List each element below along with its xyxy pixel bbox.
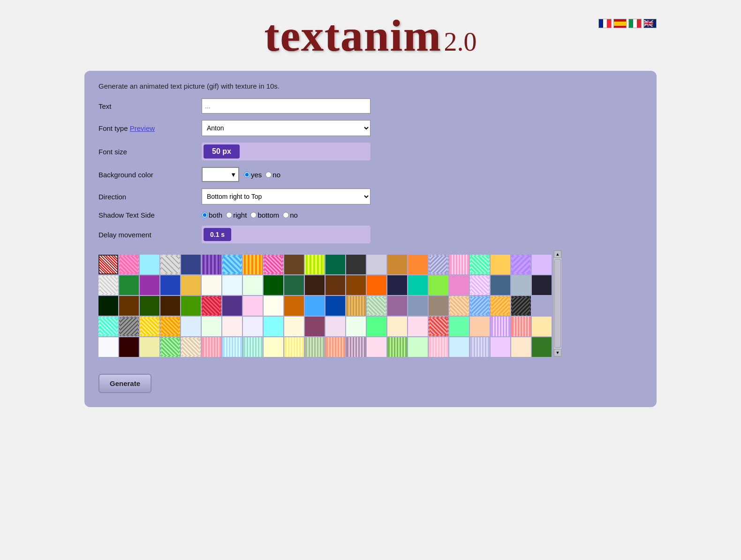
font-size-value-btn[interactable]: 50 px [204,144,240,159]
texture-74[interactable] [264,317,283,336]
texture-105[interactable] [449,337,469,357]
bg-no-radio[interactable] [265,172,272,178]
texture-51[interactable] [222,296,242,316]
shadow-both-radio[interactable] [202,212,208,218]
flag-it[interactable] [628,19,642,28]
texture-12[interactable] [325,255,345,274]
shadow-bottom-radio[interactable] [250,212,257,218]
texture-7[interactable] [222,255,242,274]
flag-es[interactable] [613,19,627,28]
shadow-no-radio[interactable] [283,212,289,218]
texture-68[interactable] [140,317,159,336]
texture-25[interactable] [140,275,159,295]
texture-30[interactable] [243,275,263,295]
texture-106[interactable] [470,337,490,357]
texture-92[interactable] [181,337,201,357]
texture-100[interactable] [346,337,366,357]
bg-yes-radio[interactable] [244,172,250,178]
texture-31[interactable] [264,275,283,295]
texture-57[interactable] [346,296,366,316]
texture-82[interactable] [429,317,448,336]
texture-99[interactable] [325,337,345,357]
texture-78[interactable] [346,317,366,336]
textures-scrollbar[interactable]: ▲ ▼ [553,250,562,357]
texture-2[interactable] [119,255,139,274]
texture-24[interactable] [119,275,139,295]
texture-40[interactable] [449,275,469,295]
texture-96[interactable] [264,337,283,357]
texture-56[interactable] [325,296,345,316]
texture-45[interactable] [98,296,118,316]
texture-75[interactable] [284,317,304,336]
texture-81[interactable] [408,317,428,336]
texture-93[interactable] [202,337,221,357]
direction-select[interactable]: Left to Right Right to Left Top to Botto… [202,189,370,204]
font-preview-link[interactable]: Preview [130,124,155,132]
texture-76[interactable] [305,317,325,336]
texture-16[interactable] [408,255,428,274]
texture-14[interactable] [367,255,386,274]
texture-9[interactable] [264,255,283,274]
texture-32[interactable] [284,275,304,295]
bg-yes-label[interactable]: yes [244,171,262,179]
texture-98[interactable] [305,337,325,357]
texture-18[interactable] [449,255,469,274]
texture-87[interactable] [532,317,552,336]
text-input[interactable] [202,98,370,114]
texture-46[interactable] [119,296,139,316]
color-picker-button[interactable]: ▼ [202,167,239,182]
texture-8[interactable] [243,255,263,274]
texture-10[interactable] [284,255,304,274]
texture-108[interactable] [511,337,531,357]
texture-43[interactable] [511,275,531,295]
texture-95[interactable] [243,337,263,357]
font-type-select[interactable]: Anton Arial Times New Roman Verdana [202,120,370,136]
texture-19[interactable] [470,255,490,274]
generate-button[interactable]: Generate [98,374,151,393]
texture-44[interactable] [532,275,552,295]
texture-15[interactable] [387,255,407,274]
texture-58[interactable] [367,296,386,316]
texture-5[interactable] [181,255,201,274]
shadow-bottom-label[interactable]: bottom [250,211,279,219]
texture-70[interactable] [181,317,201,336]
texture-22[interactable] [532,255,552,274]
texture-64[interactable] [491,296,510,316]
texture-47[interactable] [140,296,159,316]
texture-91[interactable] [160,337,180,357]
texture-80[interactable] [387,317,407,336]
texture-29[interactable] [222,275,242,295]
texture-60[interactable] [408,296,428,316]
texture-94[interactable] [222,337,242,357]
texture-107[interactable] [491,337,510,357]
texture-67[interactable] [119,317,139,336]
texture-27[interactable] [181,275,201,295]
texture-20[interactable] [491,255,510,274]
texture-103[interactable] [408,337,428,357]
texture-41[interactable] [470,275,490,295]
texture-17[interactable] [429,255,448,274]
texture-48[interactable] [160,296,180,316]
texture-28[interactable] [202,275,221,295]
texture-35[interactable] [346,275,366,295]
texture-73[interactable] [243,317,263,336]
texture-13[interactable] [346,255,366,274]
scroll-up-button[interactable]: ▲ [554,250,561,258]
texture-34[interactable] [325,275,345,295]
shadow-both-label[interactable]: both [202,211,222,219]
texture-71[interactable] [202,317,221,336]
texture-89[interactable] [119,337,139,357]
shadow-right-label[interactable]: right [226,211,247,219]
flag-fr[interactable] [598,19,612,28]
texture-39[interactable] [429,275,448,295]
texture-102[interactable] [387,337,407,357]
texture-33[interactable] [305,275,325,295]
texture-26[interactable] [160,275,180,295]
texture-49[interactable] [181,296,201,316]
texture-104[interactable] [429,337,448,357]
scroll-down-button[interactable]: ▼ [554,349,561,356]
texture-85[interactable] [491,317,510,336]
texture-83[interactable] [449,317,469,336]
texture-54[interactable] [284,296,304,316]
texture-79[interactable] [367,317,386,336]
